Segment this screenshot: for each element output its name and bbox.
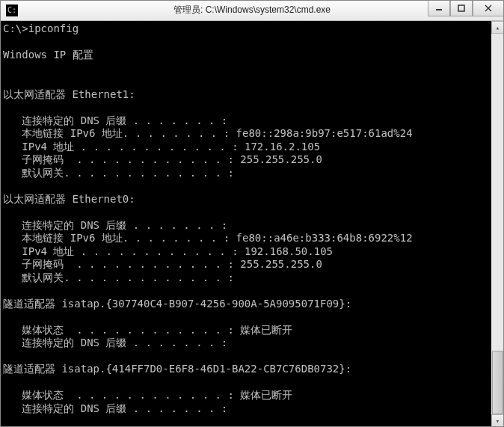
scrollbar: ▴ ▾ xyxy=(491,21,504,427)
scroll-thumb[interactable] xyxy=(492,351,503,414)
close-button[interactable] xyxy=(473,0,504,16)
svg-rect-3 xyxy=(458,5,464,11)
titlebar[interactable]: C: 管理员: C:\Windows\system32\cmd.exe xyxy=(0,0,504,21)
minimize-button[interactable] xyxy=(428,0,450,16)
window-title: 管理员: C:\Windows\system32\cmd.exe xyxy=(173,4,331,16)
scroll-up-button[interactable]: ▴ xyxy=(491,21,504,34)
cmd-icon: C: xyxy=(6,4,18,16)
terminal-output[interactable]: C:\>ipconfig Windows IP 配置 以太网适配器 Ethern… xyxy=(0,21,504,427)
maximize-button[interactable] xyxy=(450,0,473,16)
window-controls xyxy=(428,0,504,16)
scroll-track[interactable] xyxy=(491,34,504,414)
svg-text:C:: C: xyxy=(7,6,16,14)
scroll-down-button[interactable]: ▾ xyxy=(491,414,504,427)
terminal-text: C:\>ipconfig Windows IP 配置 以太网适配器 Ethern… xyxy=(3,22,413,427)
